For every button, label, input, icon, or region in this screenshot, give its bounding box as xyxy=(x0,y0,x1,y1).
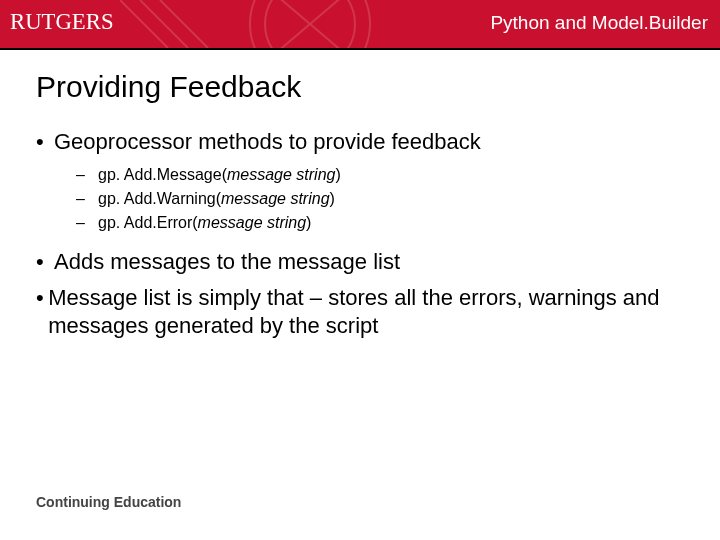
bullet-dot: • xyxy=(36,248,54,276)
slide: RUTGERS Python and Model.Builder Providi… xyxy=(0,0,720,540)
slide-title: Providing Feedback xyxy=(36,70,301,104)
bullet-dash: – xyxy=(76,164,98,186)
code-suffix: ) xyxy=(335,166,340,183)
svg-line-2 xyxy=(160,0,208,48)
code-arg: message string xyxy=(221,190,330,207)
bullet-level1: •Geoprocessor methods to provide feedbac… xyxy=(36,128,690,156)
bullet-text: gp. Add.Warning(message string) xyxy=(98,188,335,210)
bullet-level2: –gp. Add.Error(message string) xyxy=(76,212,690,234)
bullet-dash: – xyxy=(76,188,98,210)
seal-graphic xyxy=(120,0,380,48)
bullet-level2: –gp. Add.Warning(message string) xyxy=(76,188,690,210)
spacer xyxy=(36,236,690,248)
bullet-text: Message list is simply that – stores all… xyxy=(48,284,690,340)
svg-line-1 xyxy=(140,0,188,48)
header-rule xyxy=(0,48,720,50)
header-bar: RUTGERS Python and Model.Builder xyxy=(0,0,720,48)
code-prefix: gp. Add.Warning( xyxy=(98,190,221,207)
code-suffix: ) xyxy=(306,214,311,231)
code-prefix: gp. Add.Error( xyxy=(98,214,198,231)
code-arg: message string xyxy=(198,214,307,231)
footer-text: Continuing Education xyxy=(36,494,181,510)
slide-body: •Geoprocessor methods to provide feedbac… xyxy=(36,128,690,348)
bullet-level2: –gp. Add.Message(message string) xyxy=(76,164,690,186)
bullet-text: gp. Add.Message(message string) xyxy=(98,164,341,186)
seal-watermark xyxy=(120,0,380,48)
code-prefix: gp. Add.Message( xyxy=(98,166,227,183)
bullet-text: Geoprocessor methods to provide feedback xyxy=(54,128,481,156)
svg-line-6 xyxy=(270,0,350,48)
code-arg: message string xyxy=(227,166,336,183)
rutgers-logo: RUTGERS xyxy=(10,6,120,40)
bullet-dash: – xyxy=(76,212,98,234)
bullet-dot: • xyxy=(36,284,48,340)
svg-text:RUTGERS: RUTGERS xyxy=(10,9,114,34)
svg-line-0 xyxy=(120,0,168,48)
bullet-text: gp. Add.Error(message string) xyxy=(98,212,311,234)
code-suffix: ) xyxy=(330,190,335,207)
bullet-level1: •Message list is simply that – stores al… xyxy=(36,284,690,340)
bullet-level1: •Adds messages to the message list xyxy=(36,248,690,276)
header-subtitle: Python and Model.Builder xyxy=(490,12,708,34)
bullet-dot: • xyxy=(36,128,54,156)
bullet-text: Adds messages to the message list xyxy=(54,248,400,276)
